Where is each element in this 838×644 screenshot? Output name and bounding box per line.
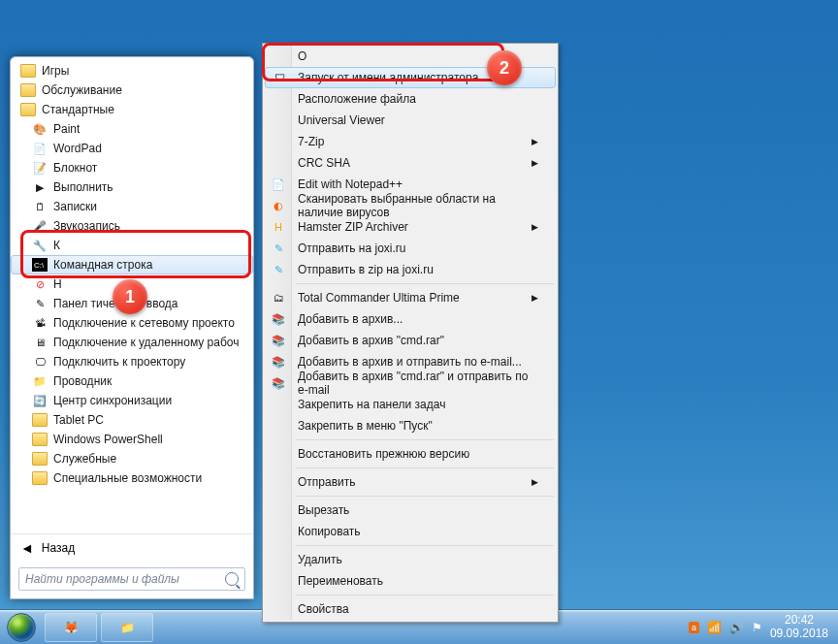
folder-icon [32, 452, 48, 466]
program-label: WordPad [53, 142, 102, 155]
program-explorer[interactable]: 📁Проводник [11, 371, 253, 391]
menu-separator [296, 467, 554, 468]
volume-icon[interactable]: 🔊 [729, 621, 744, 634]
folder-powershell[interactable]: Windows PowerShell [11, 430, 253, 449]
ctx-label: CRC SHA [298, 156, 350, 170]
ctx-universal-viewer[interactable]: Universal Viewer [265, 110, 556, 131]
network-icon[interactable]: 📶 [707, 621, 722, 634]
folder-icon [32, 413, 48, 427]
program-label: Центр синхронизации [53, 394, 172, 407]
program-notepad[interactable]: 📝Блокнот [11, 158, 253, 177]
program-connect-netproj[interactable]: 📽Подключение к сетевому проекто [11, 313, 253, 333]
ctx-label: Запуск от имени администратора [298, 71, 478, 84]
ctx-rename[interactable]: Переименовать [265, 570, 556, 592]
sync-icon: 🔄 [32, 393, 48, 408]
program-label: Звукозапись [53, 219, 120, 233]
avast-tray-icon[interactable]: a [689, 622, 699, 633]
program-truncated-1[interactable]: 🔧К [11, 236, 253, 255]
ctx-add-cmd-rar[interactable]: 📚Добавить в архив "cmd.rar" [265, 330, 556, 351]
ctx-pin-taskbar[interactable]: Закрепить на панели задач [265, 394, 556, 415]
ctx-label: Переименовать [298, 574, 383, 588]
folder-accessibility[interactable]: Специальные возможности [11, 468, 253, 488]
folder-label: Обслуживание [42, 83, 122, 97]
folder-accessories[interactable]: Стандартные [11, 100, 253, 119]
ctx-restore-previous[interactable]: Восстановить прежнюю версию [265, 443, 556, 465]
program-label: К [53, 239, 60, 252]
action-center-icon[interactable]: ⚑ [752, 621, 762, 634]
search-placeholder: Найти программы и файлы [25, 572, 179, 586]
ctx-label: Universal Viewer [298, 113, 385, 127]
menu-separator [296, 545, 554, 546]
folder-games[interactable]: Игры [11, 61, 253, 80]
explorer-icon: 📁 [120, 621, 135, 634]
taskbar-explorer[interactable]: 📁 [101, 613, 153, 642]
folder-tablet-pc[interactable]: Tablet PC [11, 410, 253, 430]
program-sound-recorder[interactable]: 🎤Звукозапись [11, 216, 253, 236]
ctx-add-archive[interactable]: 📚Добавить в архив... [265, 308, 556, 330]
mic-icon: 🎤 [32, 218, 48, 234]
taskbar-firefox[interactable]: 🦊 [45, 613, 97, 642]
notepad-icon: 📝 [32, 160, 48, 176]
winrar-icon: 📚 [271, 311, 286, 327]
annotation-badge-2: 2 [487, 50, 522, 85]
generic-icon: ⊘ [32, 276, 48, 292]
chevron-right-icon: ▶ [532, 293, 538, 303]
folder-icon [20, 83, 36, 97]
ctx-hamster[interactable]: HHamster ZIP Archiver▶ [265, 216, 556, 238]
ctx-total-commander[interactable]: 🗂Total Commander Ultima Prime▶ [265, 287, 556, 308]
ctx-label: Добавить в архив "cmd.rar" и отправить п… [298, 370, 538, 397]
ctx-label: Свойства [298, 602, 349, 616]
ctx-label: Копировать [298, 525, 361, 538]
start-button[interactable] [0, 610, 43, 645]
ctx-crc-sha[interactable]: CRC SHA▶ [265, 152, 556, 174]
winrar-icon: 📚 [271, 375, 286, 391]
program-cmd[interactable]: C:\Командная строка [11, 255, 253, 274]
ctx-add-cmd-send[interactable]: 📚Добавить в архив "cmd.rar" и отправить … [265, 372, 556, 394]
ctx-cut[interactable]: Вырезать [265, 499, 556, 521]
ctx-label: Закрепить в меню "Пуск" [298, 419, 433, 433]
program-connect-proj[interactable]: 🖵Подключить к проектору [11, 352, 253, 371]
generic-icon: 🔧 [32, 238, 48, 253]
ctx-joxi[interactable]: ✎Отправить на joxi.ru [265, 238, 556, 259]
time-label: 20:42 [770, 614, 828, 628]
projector-icon: 📽 [32, 315, 48, 331]
ctx-joxi-zip[interactable]: ✎Отправить в zip на joxi.ru [265, 259, 556, 280]
winrar-icon: 📚 [271, 333, 286, 348]
wordpad-icon: 📄 [32, 141, 48, 156]
ctx-scan-virus[interactable]: ◐Сканировать выбранные области на наличи… [265, 195, 556, 216]
ctx-label: Удалить [298, 553, 342, 566]
chevron-right-icon: ▶ [532, 158, 538, 168]
ctx-label: Отправить на joxi.ru [298, 242, 405, 255]
program-run[interactable]: ▶Выполнить [11, 177, 253, 197]
menu-separator [296, 439, 554, 440]
program-paint[interactable]: 🎨Paint [11, 119, 253, 139]
program-notes[interactable]: 🗒Записки [11, 197, 253, 216]
folder-maintenance[interactable]: Обслуживание [11, 80, 253, 100]
program-label: Подключение к сетевому проекто [53, 316, 235, 330]
clock[interactable]: 20:42 09.09.2018 [770, 614, 828, 641]
ctx-pin-start[interactable]: Закрепить в меню "Пуск" [265, 415, 556, 436]
program-connect-remote[interactable]: 🖥Подключение к удаленному рабоч [11, 333, 253, 352]
cmd-icon: C:\ [32, 258, 48, 272]
chevron-right-icon: ▶ [532, 137, 538, 146]
ctx-copy[interactable]: Копировать [265, 521, 556, 542]
ctx-send-to[interactable]: Отправить▶ [265, 471, 556, 493]
program-sync-center[interactable]: 🔄Центр синхронизации [11, 391, 253, 410]
ctx-label: 7-Zip [298, 135, 324, 148]
back-button[interactable]: ◄ Назад [11, 533, 253, 562]
ctx-label: Добавить в архив и отправить по e-mail..… [298, 355, 522, 369]
folder-icon [20, 103, 36, 116]
menu-separator [296, 283, 554, 284]
ctx-7zip[interactable]: 7-Zip▶ [265, 131, 556, 152]
ctx-label: Восстановить прежнюю версию [298, 447, 469, 461]
program-label: Выполнить [53, 180, 113, 194]
date-label: 09.09.2018 [770, 628, 828, 641]
ctx-properties[interactable]: Свойства [265, 598, 556, 620]
folder-system-tools[interactable]: Служебные [11, 449, 253, 468]
firefox-icon: 🦊 [64, 621, 79, 634]
program-wordpad[interactable]: 📄WordPad [11, 139, 253, 158]
ctx-delete[interactable]: Удалить [265, 549, 556, 570]
annotation-badge-1: 1 [113, 279, 147, 314]
search-input[interactable]: Найти программы и файлы [18, 567, 245, 591]
ctx-file-location[interactable]: Расположение файла [265, 88, 556, 110]
